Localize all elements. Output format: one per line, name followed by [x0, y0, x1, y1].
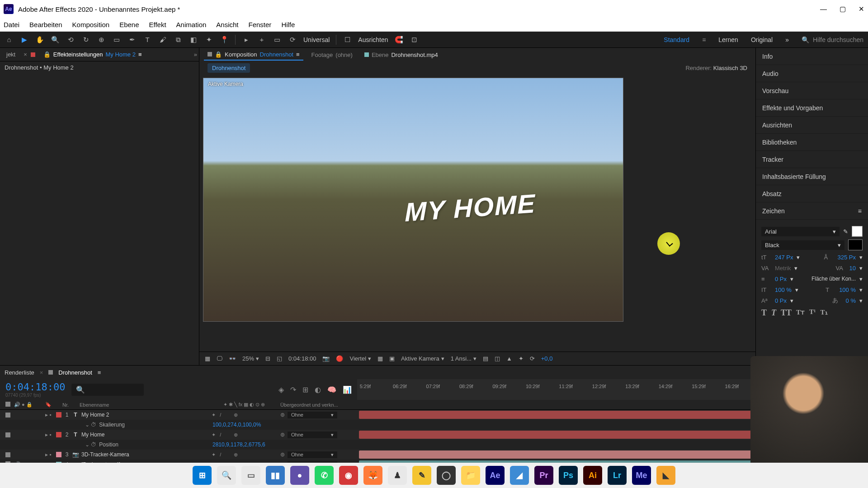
mask-icon[interactable]: 👓 — [229, 355, 236, 362]
menu-hilfe[interactable]: Hilfe — [281, 21, 295, 28]
resolution-dropdown[interactable]: Viertel ▾ — [349, 355, 371, 362]
smallcaps-button[interactable]: Tᴛ — [796, 308, 805, 318]
comp-name-badge[interactable]: Drohnenshot — [208, 63, 250, 73]
vf-icon-1[interactable]: ▤ — [483, 355, 488, 362]
zoom-dropdown[interactable]: 25% ▾ — [242, 355, 259, 362]
baseline-input[interactable]: 0 Px — [775, 297, 787, 304]
panel-vorschau[interactable]: Vorschau — [756, 82, 868, 99]
magnet-icon[interactable]: 🧲 — [395, 35, 404, 44]
stroke-width-input[interactable]: 0 Px — [775, 276, 787, 282]
menu-ebene[interactable]: Ebene — [119, 21, 139, 28]
taskbar-app[interactable]: ✎ — [412, 466, 431, 485]
taskbar-app[interactable]: ◯ — [437, 466, 456, 485]
rect-tool-icon[interactable]: ▭ — [112, 35, 121, 44]
clone-tool-icon[interactable]: ⧉ — [174, 35, 183, 44]
menu-animation[interactable]: Animation — [176, 21, 207, 28]
layer-row[interactable]: ▸ ▪3📷 3D-Tracker-Kamera✦ / ⊕⊚Ohne▾ — [0, 450, 868, 460]
workspace-original[interactable]: Original — [751, 36, 773, 43]
italic-button[interactable]: T — [771, 308, 776, 318]
help-search-input[interactable]: Hilfe durchsuchen — [813, 36, 863, 43]
vf-icon-5[interactable]: ⟳ — [530, 355, 535, 362]
taskbar-app[interactable]: ✆ — [315, 466, 334, 485]
effect-controls-tab[interactable]: 🔒 Effekteinstellungen My Home 2 ≡ — [39, 49, 146, 60]
vf-icon-4[interactable]: ✦ — [519, 355, 524, 362]
res-auto-icon[interactable]: ⊟ — [265, 355, 270, 362]
taskbar-app[interactable]: ◣ — [656, 466, 675, 485]
character-panel-header[interactable]: Zeichen≡ — [756, 202, 868, 220]
workspace-standard[interactable]: Standard — [664, 36, 689, 43]
viewer-comp-tab[interactable]: 🔒 Komposition Drohnenshot ≡ — [204, 49, 303, 61]
box-icon[interactable]: ▭ — [273, 35, 282, 44]
roi-icon[interactable]: ◱ — [277, 355, 282, 362]
views-dropdown[interactable]: 1 Ansi... ▾ — [451, 355, 476, 362]
text-tool-icon[interactable]: T — [143, 35, 152, 44]
orbit-tool-icon[interactable]: ⟲ — [66, 35, 75, 44]
snapping-label[interactable]: Universal — [303, 36, 330, 43]
taskbar-app[interactable]: ▭ — [241, 466, 260, 485]
tl-graph-icon[interactable]: ◈ — [278, 385, 284, 394]
bold-button[interactable]: T — [761, 308, 767, 318]
taskbar-app[interactable]: Ae — [486, 466, 505, 485]
tracking-input[interactable]: 10 — [849, 265, 856, 272]
stroke-option-dropdown[interactable]: Fläche über Kon... — [811, 276, 856, 282]
pen-tool-icon[interactable]: ✒ — [127, 35, 137, 44]
taskbar-app[interactable]: ♟ — [388, 466, 407, 485]
rotate-tool-icon[interactable]: ↻ — [81, 35, 90, 44]
align-check-icon[interactable]: ☐ — [343, 35, 352, 44]
taskbar-app[interactable]: 📁 — [461, 466, 480, 485]
panel-absatz[interactable]: Absatz — [756, 185, 868, 202]
menu-ansicht[interactable]: Ansicht — [216, 21, 238, 28]
play-icon[interactable]: ▸ — [242, 35, 251, 44]
snapshot-icon[interactable]: 📷 — [322, 355, 330, 362]
viewer-layer-tab[interactable]: Ebene Drohnenshot.mp4 — [361, 50, 442, 60]
panel-tracker[interactable]: Tracker — [756, 151, 868, 168]
zoom-tool-icon[interactable]: 🔍 — [51, 35, 60, 44]
close-button[interactable]: ✕ — [859, 5, 864, 13]
panel-audio[interactable]: Audio — [756, 65, 868, 82]
menu-komposition[interactable]: Komposition — [72, 21, 110, 28]
taskbar-app[interactable]: Me — [632, 466, 651, 485]
exposure-value[interactable]: +0,0 — [541, 355, 553, 362]
taskbar-app[interactable]: 🦊 — [363, 466, 382, 485]
tl-motion-blur-icon[interactable]: ◐ — [315, 385, 321, 394]
vscale-input[interactable]: 100 % — [775, 286, 792, 293]
puppet-tool-icon[interactable]: 📍 — [220, 35, 229, 44]
display-icon[interactable]: 🖵 — [217, 355, 222, 362]
menu-datei[interactable]: Datei — [4, 21, 19, 28]
tl-graph-editor-icon[interactable]: 📊 — [343, 385, 352, 394]
minimize-button[interactable]: — — [820, 5, 827, 13]
transparency-icon[interactable]: ▦ — [377, 355, 383, 362]
panel-inhaltsbasierte-füllung[interactable]: Inhaltsbasierte Füllung — [756, 168, 868, 185]
channels-icon[interactable]: 🔴 — [336, 355, 343, 362]
tsume-input[interactable]: 0 % — [846, 297, 856, 304]
hscale-input[interactable]: 100 % — [839, 286, 856, 293]
allcaps-button[interactable]: TT — [781, 308, 792, 318]
panel-bibliotheken[interactable]: Bibliotheken — [756, 134, 868, 151]
taskbar-app[interactable]: ● — [290, 466, 309, 485]
anchor-tool-icon[interactable]: ⊕ — [97, 35, 106, 44]
font-family-dropdown[interactable]: Arial▾ — [761, 227, 840, 236]
tl-shy-icon[interactable]: ↷ — [290, 385, 296, 394]
taskbar-app[interactable]: ◉ — [339, 466, 358, 485]
taskbar-app[interactable]: Ps — [559, 466, 578, 485]
subscript-button[interactable]: T₁ — [821, 308, 828, 318]
selection-tool-icon[interactable]: ▶ — [20, 35, 29, 44]
taskbar-app[interactable]: ◢ — [510, 466, 529, 485]
layer-row[interactable]: ▸ ▪1T My Home 2✦ / ⊕⊚Ohne▾ — [0, 410, 868, 420]
cycle-icon[interactable]: ⟳ — [288, 35, 297, 44]
taskbar-app[interactable]: 🔍 — [217, 466, 236, 485]
layer-row[interactable]: ▸ ▪2T My Home✦ / ⊕⊚Ohne▾ — [0, 430, 868, 440]
roto-tool-icon[interactable]: ✦ — [204, 35, 213, 44]
taskbar-app[interactable]: Pr — [534, 466, 553, 485]
safe-icon[interactable]: ▣ — [389, 355, 395, 362]
panel-info[interactable]: Info — [756, 48, 868, 65]
menu-effekt[interactable]: Effekt — [149, 21, 166, 28]
property-row[interactable]: ⌄ ⏱ Position2810,9,1178,2,6775,6 — [0, 440, 868, 450]
fill-swatch[interactable] — [852, 226, 863, 237]
vf-icon-2[interactable]: ◫ — [495, 355, 500, 362]
menu-fenster[interactable]: Fenster — [249, 21, 272, 28]
panel-overflow-icon[interactable]: » — [194, 51, 197, 58]
eyedropper-icon[interactable]: ✎ — [843, 228, 848, 235]
viewer-timecode[interactable]: 0:04:18:00 — [288, 355, 316, 362]
property-row[interactable]: ⌄ ⏱ Skalierung100,0,274,0,100,0% — [0, 420, 868, 430]
